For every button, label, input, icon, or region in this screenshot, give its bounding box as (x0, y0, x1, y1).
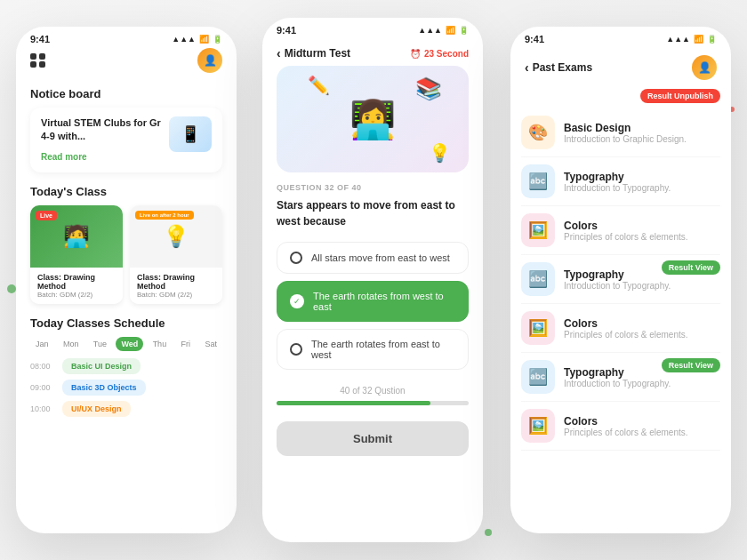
exam-title-0: Basic Design (564, 122, 687, 134)
illustration-decorative: 👩‍💻 (349, 98, 396, 141)
status-icons-2: ▲▲▲ 📶 🔋 (418, 26, 469, 35)
progress-area: 40 of 32 Qustion (262, 377, 483, 421)
back-label-3: Past Exams (533, 61, 592, 74)
result-unpublish-badge: Result Unpublish (640, 89, 720, 103)
back-label: Midturm Test (285, 47, 350, 60)
progress-bar-bg (277, 401, 469, 405)
question-meta: Question 32 of 40 (277, 183, 469, 192)
notice-title: Virtual STEM Clubs for Gr 4-9 with... (41, 116, 162, 144)
quiz-illustration: 👩‍💻 📚 ✏️ 💡 (277, 66, 469, 172)
exam-subtitle-0: Introduction to Graphic Design. (564, 134, 687, 144)
exam-item-1[interactable]: 🔤 Typography Introduction to Typography. (521, 157, 720, 206)
wifi-icon-2: 📶 (446, 26, 455, 35)
sched-time-2: 09:00 (30, 383, 55, 392)
exam-title-1: Typography (564, 171, 671, 183)
result-badge-3: Result View (662, 260, 720, 275)
sched-time-1: 08:00 (30, 362, 55, 371)
class-card-2[interactable]: Live on after 2 hour 💡 Class: Drawing Me… (130, 205, 222, 304)
sched-pill-1[interactable]: Basic UI Design (62, 358, 141, 374)
schedule-row-3: 10:00 UI/UX Design (30, 401, 222, 417)
sched-time-3: 10:00 (30, 404, 55, 413)
schedule-days: Jan Mon Tue Wed Thu Fri Sat (30, 337, 222, 351)
exam-icon-1: 🔤 (521, 164, 555, 198)
radio-3 (290, 343, 302, 356)
exam-title-3: Typography (564, 268, 671, 281)
day-tue: Tue (88, 337, 112, 351)
signal-icon-3: ▲▲▲ (666, 35, 690, 44)
exam-subtitle-1: Introduction to Typography. (564, 183, 671, 193)
illustration-pencil: ✏️ (308, 75, 330, 96)
live-badge-1: Live (36, 211, 57, 220)
timer-badge: ⏰ 23 Second (410, 49, 469, 59)
exam-info-1: Typography Introduction to Typography. (564, 171, 671, 193)
result-unpublish-container: Result Unpublish (510, 89, 731, 108)
back-chevron-icon-3: ‹ (525, 60, 529, 75)
option-text-2: The earth rotates from west to east (313, 291, 455, 312)
exam-icon-4: 🖼️ (521, 311, 555, 345)
class-card-1[interactable]: Live 🧑‍💻 Class: Drawing Method Batch: GD… (30, 205, 123, 304)
avatar-3[interactable]: 👤 (692, 55, 717, 80)
exam-info-5: Typography Introduction to Typography. (564, 366, 671, 388)
exam-title-4: Colors (564, 317, 688, 330)
exam-item-5[interactable]: 🔤 Typography Introduction to Typography.… (521, 353, 720, 402)
phone3-header: ‹ Past Exams 👤 (510, 48, 731, 89)
deco-dot-4 (485, 529, 492, 536)
schedule-row-2: 09:00 Basic 3D Objects (30, 380, 222, 396)
phone2: 9:41 ▲▲▲ 📶 🔋 ‹ Midturm Test ⏰ 23 Second … (262, 18, 483, 542)
notice-image: 📱 (169, 116, 212, 152)
exam-info-3: Typography Introduction to Typography. (564, 268, 671, 291)
option-text-1: All stars move from east to west (311, 252, 450, 263)
deco-dot-1 (7, 284, 16, 293)
exam-item-4[interactable]: 🖼️ Colors Principles of colors & element… (521, 304, 720, 353)
exam-item-0[interactable]: 🎨 Basic Design Introduction to Graphic D… (521, 108, 720, 157)
option-3[interactable]: The earth rotates from east to west (277, 329, 469, 370)
wifi-icon: 📶 (199, 35, 209, 44)
exam-info-6: Colors Principles of colors & elements. (564, 415, 688, 437)
status-time-3: 9:41 (525, 34, 544, 44)
phone1-header: 👤 (30, 48, 222, 76)
status-time-1: 9:41 (30, 34, 50, 44)
battery-icon: 🔋 (213, 35, 222, 44)
back-button[interactable]: ‹ Midturm Test (277, 46, 350, 60)
class-batch-1: Batch: GDM (2/2) (37, 291, 116, 299)
exam-subtitle-5: Introduction to Typography. (564, 379, 671, 388)
progress-label: 40 of 32 Qustion (277, 386, 469, 396)
submit-button[interactable]: Submit (277, 421, 469, 456)
exam-item-6[interactable]: 🖼️ Colors Principles of colors & element… (521, 402, 720, 451)
notice-board-title: Notice board (30, 87, 222, 100)
option-1[interactable]: All stars move from east to west (277, 242, 469, 274)
class-name-1: Class: Drawing Method (37, 273, 116, 291)
progress-bar-fill (277, 401, 430, 405)
exam-icon-2: 🖼️ (521, 213, 555, 247)
class-name-2: Class: Drawing Method (137, 273, 215, 291)
notice-text: Virtual STEM Clubs for Gr 4-9 with... Re… (41, 116, 162, 164)
option-2[interactable]: ✓ The earth rotates from west to east (277, 281, 469, 322)
question-text: Stars appears to move from east to west … (277, 197, 469, 229)
back-button-3[interactable]: ‹ Past Exams (525, 60, 592, 75)
exam-icon-6: 🖼️ (521, 409, 555, 443)
status-bar-1: 9:41 ▲▲▲ 📶 🔋 (16, 27, 237, 48)
result-badge-5: Result View (662, 358, 720, 372)
wifi-icon-3: 📶 (694, 35, 703, 44)
day-jan: Jan (30, 337, 54, 351)
sched-pill-3[interactable]: UI/UX Design (62, 401, 131, 417)
battery-icon-2: 🔋 (459, 26, 469, 35)
exam-item-3[interactable]: 🔤 Typography Introduction to Typography.… (521, 255, 720, 304)
check-icon-2: ✓ (290, 294, 304, 308)
avatar-1[interactable]: 👤 (197, 48, 222, 73)
exam-icon-0: 🎨 (521, 116, 555, 149)
radio-1 (290, 252, 302, 264)
status-bar-3: 9:41 ▲▲▲ 📶 🔋 (510, 27, 731, 48)
day-wed[interactable]: Wed (116, 337, 143, 351)
phone3: 9:41 ▲▲▲ 📶 🔋 ‹ Past Exams 👤 Result Unpub… (510, 27, 731, 533)
sched-pill-2[interactable]: Basic 3D Objects (62, 380, 146, 396)
phone1: 9:41 ▲▲▲ 📶 🔋 👤 Notice board Virtual STEM… (16, 27, 237, 533)
exam-subtitle-6: Principles of colors & elements. (564, 428, 688, 437)
menu-icon[interactable] (30, 53, 46, 68)
exam-info-2: Colors Principles of colors & elements. (564, 220, 688, 242)
exam-item-2[interactable]: 🖼️ Colors Principles of colors & element… (521, 206, 720, 255)
back-chevron-icon: ‹ (277, 46, 281, 60)
notice-card[interactable]: Virtual STEM Clubs for Gr 4-9 with... Re… (30, 108, 222, 172)
read-more-link[interactable]: Read more (41, 152, 87, 162)
class-card-info-2: Class: Drawing Method Batch: GDM (2/2) (130, 268, 222, 304)
